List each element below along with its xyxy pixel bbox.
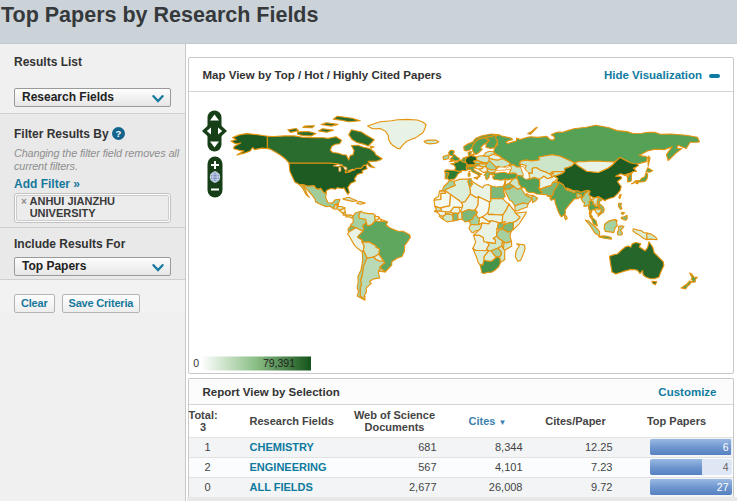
svg-text:?: ? xyxy=(116,128,122,139)
svg-text:79,391: 79,391 xyxy=(262,357,294,369)
svg-text:0: 0 xyxy=(193,357,199,369)
